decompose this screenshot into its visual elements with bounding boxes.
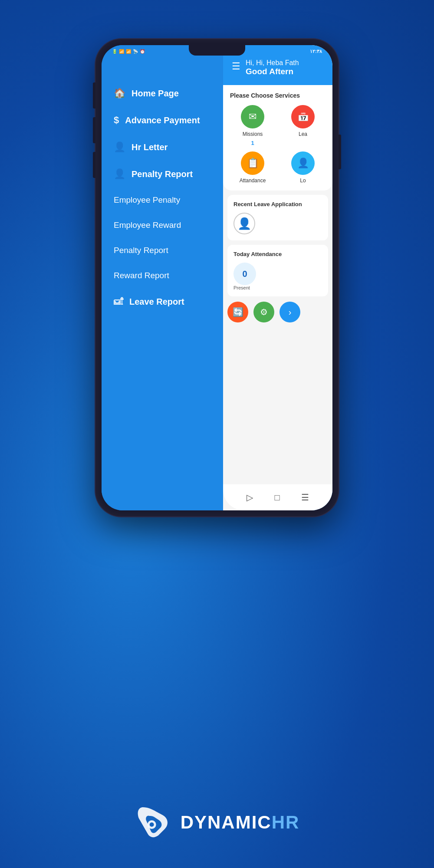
present-count: 0: [233, 263, 256, 285]
fab-blue-button[interactable]: ›: [279, 302, 300, 322]
drawer-item-penalty-report-sub[interactable]: Penalty Report: [102, 238, 240, 263]
notch: [189, 45, 245, 56]
today-attendance-title: Today Attendance: [233, 251, 322, 257]
drawer-item-reward-report[interactable]: Reward Report: [102, 263, 240, 288]
nav-menu-button[interactable]: ☰: [301, 492, 309, 503]
drawer-item-home-label: Home Page: [132, 89, 179, 99]
drawer-item-employee-reward[interactable]: Employee Reward: [102, 213, 240, 238]
drawer-item-advance-payment-label: Advance Payment: [125, 115, 200, 125]
services-title: Please Choose Services: [230, 92, 326, 99]
service-item-lo[interactable]: 👤 Lo: [280, 151, 326, 184]
lo-label: Lo: [300, 178, 306, 184]
nav-back-button[interactable]: ▷: [247, 492, 253, 503]
leave-user-avatar: 👤: [233, 213, 255, 234]
svg-point-1: [150, 822, 154, 827]
present-label: Present: [233, 285, 256, 290]
battery-icon: 🔋: [112, 49, 117, 54]
fab-row: 🔄 ⚙ ›: [227, 302, 328, 322]
brand-logo-icon: [135, 803, 174, 842]
main-content-panel: ☰ Hi, Hi, Heba Fath Good Aftern Please C…: [223, 45, 332, 510]
drawer-item-reward-report-label: Reward Report: [114, 271, 169, 280]
drawer-item-hr-letter-label: Hr Letter: [132, 142, 168, 152]
dollar-icon: $: [114, 115, 119, 126]
leave-icon-circle: 📅: [291, 105, 315, 128]
missions-badge: 1: [251, 140, 254, 146]
drawer-item-penalty-report-main-label: Penalty Report: [132, 169, 193, 179]
lo-icon-circle: 👤: [291, 151, 315, 175]
person-icon: 👤: [114, 141, 125, 153]
alarm-icon: ⏰: [140, 49, 145, 54]
services-grid: ✉ Missions 1 📅 Lea 📋: [230, 105, 326, 184]
drawer-item-home[interactable]: 🏠 Home Page: [102, 80, 240, 107]
services-section: Please Choose Services ✉ Missions 1 📅 Le…: [223, 85, 332, 191]
drawer-item-employee-penalty[interactable]: Employee Penalty: [102, 187, 240, 213]
status-icons: 🔋 📶 📶 📡 ⏰: [112, 49, 145, 54]
attendance-label: Attandance: [240, 178, 266, 184]
header-text: Hi, Hi, Heba Fath Good Aftern: [246, 59, 299, 76]
greeting-sub: Good Aftern: [246, 67, 299, 76]
drawer-item-leave-report[interactable]: 🛋 Leave Report: [102, 288, 240, 315]
user-name: Hi, Heba Fath: [256, 59, 299, 66]
home-icon: 🏠: [114, 88, 125, 99]
brand-hr: HR: [272, 812, 300, 832]
today-attendance-section: Today Attendance 0 Present: [227, 245, 328, 296]
face-icon: 👤: [114, 168, 125, 180]
fab-green-button[interactable]: ⚙: [253, 302, 274, 322]
brand-name: DYNAMICHR: [181, 812, 300, 833]
drawer-item-leave-report-label: Leave Report: [129, 297, 184, 307]
signal-icon1: 📶: [119, 49, 124, 54]
drawer-item-hr-letter[interactable]: 👤 Hr Letter: [102, 134, 240, 161]
leave-application-section: Recent Leave Application 👤: [227, 195, 328, 240]
greeting-hi: Hi, Hi, Heba Fath: [246, 59, 299, 67]
nav-bar: ▷ □ ☰: [223, 484, 332, 510]
drawer-item-advance-payment[interactable]: $ Advance Payment: [102, 107, 240, 134]
nav-home-button[interactable]: □: [274, 493, 279, 503]
leave-label: Lea: [299, 131, 307, 137]
drawer-item-penalty-report-main[interactable]: 👤 Penalty Report: [102, 161, 240, 187]
service-item-attendance[interactable]: 📋 Attandance: [230, 151, 275, 184]
brand-dynamic: DYNAMIC: [181, 812, 272, 832]
service-item-missions[interactable]: ✉ Missions 1: [230, 105, 275, 146]
phone-outer: 🔋 📶 📶 📡 ⏰ ١٢:٣٨ 🏠 Home Page $ Advance Pa…: [95, 39, 339, 516]
fab-orange-button[interactable]: 🔄: [227, 302, 248, 322]
wifi-icon: 📡: [133, 49, 138, 54]
signal-icon2: 📶: [126, 49, 131, 54]
couch-icon: 🛋: [114, 296, 123, 307]
drawer-item-employee-reward-label: Employee Reward: [114, 220, 181, 230]
drawer-item-employee-penalty-label: Employee Penalty: [114, 195, 180, 205]
leave-application-title: Recent Leave Application: [233, 201, 322, 207]
phone-screen: 🔋 📶 📶 📡 ⏰ ١٢:٣٨ 🏠 Home Page $ Advance Pa…: [102, 45, 332, 510]
missions-label: Missions: [243, 131, 263, 137]
hamburger-button[interactable]: ☰: [232, 61, 240, 72]
brand-footer: DYNAMICHR: [135, 803, 300, 842]
drawer-item-penalty-report-sub-label: Penalty Report: [114, 246, 168, 255]
attendance-icon-circle: 📋: [241, 151, 264, 175]
service-item-leave[interactable]: 📅 Lea: [280, 105, 326, 146]
leave-badge: [302, 140, 304, 146]
phone-wrapper: 🔋 📶 📶 📡 ⏰ ١٢:٣٨ 🏠 Home Page $ Advance Pa…: [95, 39, 339, 516]
missions-icon-circle: ✉: [241, 105, 264, 128]
attendance-row: 0 Present: [233, 263, 322, 290]
drawer-menu: 🏠 Home Page $ Advance Payment 👤 Hr Lette…: [102, 45, 240, 510]
status-time: ١٢:٣٨: [310, 49, 322, 54]
